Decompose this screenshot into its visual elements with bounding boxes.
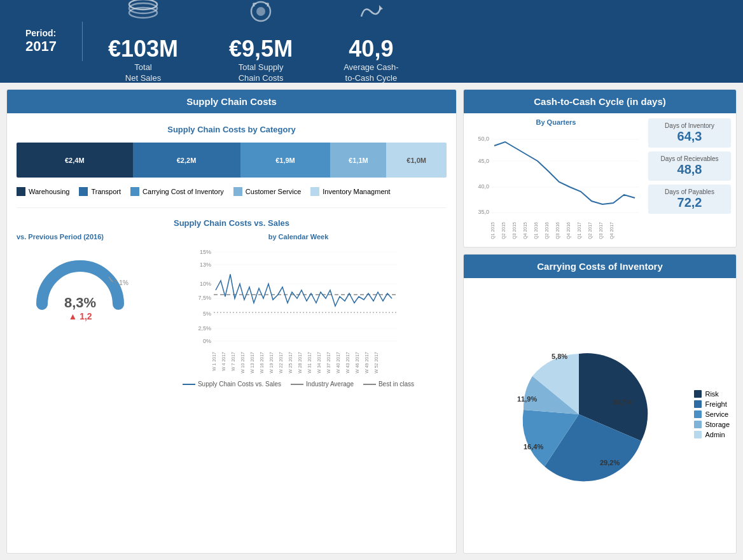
svg-text:W 37 2017: W 37 2017: [326, 352, 331, 374]
vs-sales-container: vs. Previous Period (2016) 7,1%: [17, 233, 447, 547]
legend-avg-line: Industry Average: [291, 381, 354, 388]
svg-text:W 22 2017: W 22 2017: [279, 352, 283, 374]
metric-net-sales: €103M TotalNet Sales: [83, 0, 204, 90]
line-legend: Supply Chain Costs vs. Sales Industry Av…: [150, 381, 447, 388]
svg-text:Q4 2016: Q4 2016: [566, 222, 571, 239]
gauge-delta: ▲ 1,2: [64, 311, 96, 321]
svg-point-4: [256, 7, 265, 16]
bar-seg-4: €1,0M: [386, 143, 447, 178]
svg-text:W 31 2017: W 31 2017: [307, 352, 312, 374]
days-receivables-value: 48,8: [653, 162, 726, 177]
pie-label-admin: Admin: [705, 431, 725, 438]
pie-label-storage: Storage: [705, 421, 730, 428]
cash-cycle-label: Average Cash-to-Cash Cycle: [344, 62, 398, 84]
legend-dot-transport: [79, 187, 88, 196]
svg-text:W 4 2017: W 4 2017: [221, 352, 226, 371]
legend-warehousing: Warehousing: [17, 187, 69, 196]
svg-text:W 19 2017: W 19 2017: [269, 352, 274, 374]
pie-label-freight: Freight: [705, 400, 726, 408]
svg-text:15%: 15%: [200, 249, 211, 255]
pie-legend: Risk Freight Service Storage: [694, 390, 730, 438]
supply-chain-label: Total SupplyChain Costs: [239, 62, 284, 84]
svg-text:7,1%: 7,1%: [114, 279, 128, 286]
supply-chain-value: €9,5M: [229, 36, 293, 62]
svg-text:13%: 13%: [200, 262, 211, 268]
metric-days-payables: Days of Payables 72,2: [648, 185, 731, 214]
metric-cash-cycle: 40,9 Average Cash-to-Cash Cycle: [318, 0, 424, 90]
legend-supply-line: Supply Chain Costs vs. Sales: [183, 381, 281, 388]
cash-to-cash-panel: Cash-to-Cash Cycle (in days) By Quarters…: [463, 89, 737, 248]
svg-text:11,9%: 11,9%: [517, 395, 537, 403]
svg-text:W 13 2017: W 13 2017: [250, 352, 254, 374]
svg-text:W 28 2017: W 28 2017: [298, 352, 302, 374]
pie-dot-admin: [694, 431, 702, 438]
legend-customer: Customer Service: [233, 187, 301, 196]
svg-text:W 43 2017: W 43 2017: [345, 352, 350, 374]
svg-text:40,0: 40,0: [478, 183, 489, 190]
net-sales-label: TotalNet Sales: [125, 62, 161, 84]
svg-text:5%: 5%: [203, 311, 211, 317]
svg-text:W 10 2017: W 10 2017: [240, 352, 245, 374]
legend-inventory: Inventory Managment: [310, 187, 390, 196]
svg-text:W 1 2017: W 1 2017: [212, 352, 216, 371]
bar-legend: Warehousing Transport Carrying Cost of I…: [17, 187, 447, 196]
svg-text:W 7 2017: W 7 2017: [231, 352, 235, 371]
svg-text:36,7%: 36,7%: [613, 398, 632, 406]
pie-dot-service: [694, 410, 702, 418]
supply-chain-icon: [245, 0, 277, 33]
svg-text:45,0: 45,0: [478, 158, 489, 164]
supply-line-icon: [183, 384, 195, 385]
days-inventory-value: 64,3: [653, 129, 726, 144]
svg-text:Q4 2017: Q4 2017: [609, 222, 615, 239]
svg-text:10%: 10%: [200, 281, 211, 287]
svg-text:50,0: 50,0: [478, 136, 489, 142]
metric-supply-chain: €9,5M Total SupplyChain Costs: [204, 0, 318, 90]
supply-chain-panel: Supply Chain Costs Supply Chain Costs by…: [6, 89, 457, 554]
gauge-value: 8,3%: [64, 295, 96, 311]
stacked-bar: €2,4M €2,2M €1,9M €1,1M €1,0M: [17, 143, 447, 178]
pie-area: 36,7% 29,2% 16,4% 11,9% 5,8%: [470, 341, 688, 487]
bar-seg-0: €2,4M: [17, 143, 133, 178]
svg-text:W 40 2017: W 40 2017: [336, 352, 340, 374]
metric-days-receivables: Days of Recievables 48,8: [648, 151, 731, 181]
svg-text:16,4%: 16,4%: [524, 443, 543, 451]
supply-line-label: Supply Chain Costs vs. Sales: [198, 381, 281, 388]
bar-seg-3: €1,1M: [330, 143, 386, 178]
pie-dot-risk: [694, 390, 702, 398]
legend-label-inventory: Inventory Managment: [323, 188, 390, 195]
line-chart-section: by Calendar Week 15% 13% 10% 7,5% 5% 2,5…: [150, 233, 447, 547]
avg-line-label: Industry Average: [306, 381, 354, 388]
legend-dot-inventory: [310, 187, 319, 196]
right-panel: Cash-to-Cash Cycle (in days) By Quarters…: [463, 89, 737, 554]
pie-dot-freight: [694, 400, 702, 408]
svg-marker-5: [379, 5, 383, 10]
bar-seg-1: €2,2M: [133, 143, 240, 178]
svg-text:Q3 2015: Q3 2015: [512, 222, 517, 239]
avg-line-icon: [291, 384, 303, 385]
svg-text:W 52 2017: W 52 2017: [374, 352, 378, 374]
legend-label-transport: Transport: [91, 188, 121, 195]
svg-text:Q4 2015: Q4 2015: [523, 222, 528, 239]
bar-chart-title: Supply Chain Costs by Category: [17, 125, 447, 134]
svg-text:5,8%: 5,8%: [552, 353, 567, 360]
cash-chart-area: By Quarters 50,0 45,0 40,0 35,0: [469, 118, 643, 242]
metric-days-inventory: Days of Inventory 64,3: [648, 118, 731, 148]
svg-text:Q1 2015: Q1 2015: [490, 222, 496, 239]
cash-panel-title: Cash-to-Cash Cycle (in days): [464, 90, 736, 113]
svg-text:W 16 2017: W 16 2017: [260, 352, 264, 374]
legend-dot-carrying: [130, 187, 139, 196]
best-line-label: Best in class: [378, 381, 414, 388]
svg-text:Q2 2017: Q2 2017: [588, 222, 593, 239]
svg-text:Q2 2016: Q2 2016: [545, 222, 550, 239]
pie-dot-storage: [694, 421, 702, 428]
main-content: Supply Chain Costs Supply Chain Costs by…: [0, 83, 743, 560]
pie-label-risk: Risk: [705, 390, 718, 398]
svg-text:29,2%: 29,2%: [600, 459, 620, 466]
pie-legend-storage: Storage: [694, 421, 730, 428]
svg-text:2,5%: 2,5%: [198, 325, 211, 332]
svg-text:0%: 0%: [203, 338, 211, 344]
days-receivables-label: Days of Recievables: [653, 155, 726, 162]
cash-chart-svg: 50,0 45,0 40,0 35,0 Q1 2015: [469, 128, 643, 239]
best-line-icon: [363, 384, 376, 385]
svg-text:7,5%: 7,5%: [198, 295, 211, 301]
